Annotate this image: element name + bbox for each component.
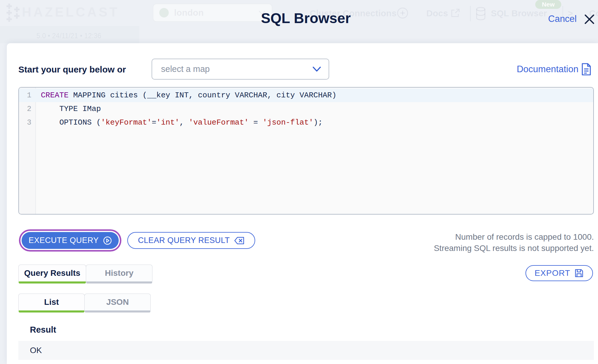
results-cap-note: Number of records is capped to 1000. Str… [434, 231, 594, 254]
document-icon [581, 63, 591, 76]
tab-history-label: History [105, 268, 133, 278]
plus-circle-icon [397, 7, 409, 19]
cluster-select: london [153, 4, 272, 22]
result-view-tabs: List JSON [18, 294, 151, 310]
sql-editor[interactable]: 1 CREATE MAPPING cities (__key INT, coun… [18, 87, 594, 215]
background-cluster-strip [0, 26, 139, 43]
code-text: OPTIONS ('keyFormat'='int', 'valueFormat… [36, 118, 323, 127]
line-number: 1 [19, 91, 36, 100]
backspace-icon [234, 236, 245, 245]
modal-close-controls: Cancel [548, 12, 596, 25]
code-line: 3 OPTIONS ('keyFormat'='int', 'valueForm… [19, 116, 593, 129]
tab-json-label: JSON [106, 297, 129, 307]
clear-query-result-button[interactable]: CLEAR QUERY RESULT [127, 232, 255, 249]
database-icon [475, 7, 486, 21]
nav-docs: Docs [426, 8, 448, 18]
documentation-label: Documentation [517, 64, 578, 75]
query-prompt-label: Start your query below or [18, 65, 126, 75]
sql-browser-panel: Start your query below or select a map D… [7, 43, 598, 364]
play-circle-icon [103, 236, 112, 245]
documentation-link[interactable]: Documentation [517, 63, 591, 76]
table-row: OK [18, 341, 594, 360]
results-tabs: Query Results History [18, 265, 152, 281]
code-line: 1 CREATE MAPPING cities (__key INT, coun… [19, 88, 593, 102]
tab-history[interactable]: History [86, 265, 152, 281]
external-link-icon [450, 8, 461, 18]
inactive-tab-indicator [86, 281, 152, 284]
line-number: 2 [19, 105, 36, 113]
cluster-select-value: london [174, 8, 253, 18]
line-number: 3 [19, 118, 36, 127]
result-cell: OK [30, 346, 42, 355]
code-text: CREATE MAPPING cities (__key INT, countr… [36, 91, 337, 100]
active-tab-indicator [19, 310, 84, 313]
nav-sql-browser: SQL Browser [491, 8, 547, 18]
close-icon[interactable] [583, 12, 596, 25]
tab-list[interactable]: List [18, 294, 85, 310]
cap-note-line1: Number of records is capped to 1000. [434, 231, 594, 243]
cap-note-line2: Streaming SQL results is not supported y… [434, 243, 594, 254]
save-icon [574, 268, 584, 278]
map-select-placeholder: select a map [161, 64, 312, 74]
inactive-tab-indicator [85, 310, 150, 313]
cancel-button[interactable]: Cancel [548, 14, 577, 24]
execute-query-button[interactable]: EXECUTE QUERY [22, 232, 119, 249]
tab-list-label: List [44, 297, 59, 307]
export-button[interactable]: EXPORT [525, 265, 593, 281]
tab-query-results[interactable]: Query Results [18, 265, 86, 281]
active-tab-indicator [19, 281, 86, 284]
execute-query-label: EXECUTE QUERY [28, 236, 99, 245]
clear-query-result-label: CLEAR QUERY RESULT [138, 236, 230, 245]
new-badge: New [535, 0, 561, 9]
map-select[interactable]: select a map [152, 59, 329, 80]
export-label: EXPORT [535, 268, 570, 278]
code-text: TYPE IMap [36, 104, 101, 113]
nav-divider [470, 6, 471, 21]
cluster-version-text: 5.0 • 24/11/21 • 12:36 [36, 32, 101, 40]
result-column-header: Result [30, 325, 56, 335]
hazelcast-logo-text: HAZELCAST [22, 5, 119, 20]
chevron-down-icon [312, 66, 321, 73]
code-line: 2 TYPE IMap [19, 102, 593, 116]
tab-json[interactable]: JSON [84, 294, 151, 310]
cluster-status-dot [159, 8, 169, 17]
tab-query-results-label: Query Results [24, 268, 81, 278]
page-title: SQL Browser [261, 10, 351, 26]
hazelcast-logo-icon [6, 3, 24, 22]
